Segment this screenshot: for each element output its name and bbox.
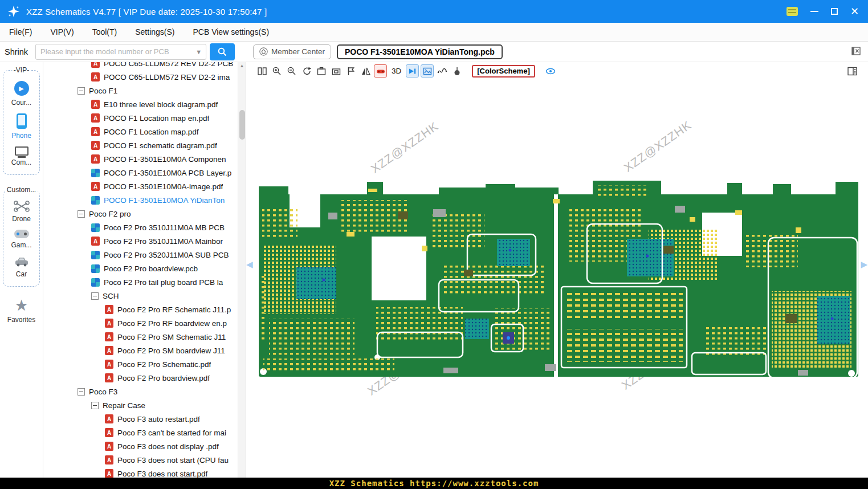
tree-file[interactable]: APOCO F1 schematic diagram.pdf [43,138,238,152]
tree-file[interactable]: Poco F2 Pro boardview.pcb [43,262,238,275]
search-input[interactable] [36,47,195,56]
rotate-view-icon[interactable] [300,64,313,78]
pcb-file-icon [91,278,100,287]
tree-file[interactable]: APoco F2 Pro RF Schematic J11.p [43,303,238,316]
collapse-toggle-icon[interactable] [78,210,85,218]
maximize-button[interactable] [831,8,838,15]
menu-vip[interactable]: VIP(V) [50,27,74,36]
tree-file[interactable]: APOCO F1 Location map.pdf [43,125,238,138]
tree-file[interactable]: APoco F2 Pro Schematic.pdf [43,357,238,371]
tree-folder[interactable]: Repair Case [43,398,238,412]
sidebar-item-label: Favorites [7,316,35,324]
flip-board-icon[interactable] [359,64,372,78]
split-view-icon[interactable] [255,64,268,78]
watermark-text: XZZ@XZZHK [621,118,694,174]
tree-file[interactable]: APoco F2 Pro SM boardview J11 [43,344,238,357]
tree-file[interactable]: AE10 three level block diagram.pdf [43,97,238,111]
scrollbar-thumb[interactable] [239,110,245,140]
menu-settings[interactable]: Settings(S) [135,27,174,36]
sidebar-item-phone[interactable]: Phone [3,113,39,140]
scroll-left-arrow[interactable]: ◀ [246,259,253,270]
visibility-eye-icon[interactable] [545,66,556,76]
tree-file[interactable]: APOCO F1 Location map en.pdf [43,111,238,125]
document-tab[interactable]: POCO F1-3501E10MOA YiDianTong.pcb [337,44,503,59]
tree-folder[interactable]: Poco F2 pro [43,207,238,221]
viewer-toolbar: 3D [ColorScheme] [246,62,868,78]
tree-item-label: Poco F3 does not start (CPU fau [117,456,229,464]
shrink-button[interactable]: Shrink [5,47,28,56]
colorscheme-button[interactable]: [ColorScheme] [472,65,535,78]
tree-file[interactable]: APoco F2 Pro 3510J11M0A Mainbor [43,234,238,248]
vip-safe-icon[interactable] [787,7,798,16]
category-sidebar: -VIP- ▶ Cour... Phone Com... Custom... [0,62,43,478]
sidebar-item-label: Phone [11,132,31,140]
collapse-toggle-icon[interactable] [78,87,85,95]
sidebar-item-course[interactable]: ▶ Cour... [3,81,39,107]
sidebar-item-car[interactable]: Car [3,256,39,278]
tree-file[interactable]: Poco F2 Pro 3510J11M0A MB PCB [43,221,238,234]
tree-file[interactable]: APoco F3 auto restart.pdf [43,412,238,426]
tree-folder[interactable]: Poco F1 [43,84,238,97]
tree-file[interactable]: APOCO C65-LLDM572 REV D2-2 ima [43,70,238,84]
scroll-up-icon[interactable]: ▲ [238,62,246,70]
tree-item-label: Poco F2 Pro tail plug board PCB la [104,278,223,287]
sidebar-item-drone[interactable]: Drone [3,201,39,223]
bottom-layer-icon[interactable] [329,64,343,78]
tree-file[interactable]: APoco F2 Pro RF boardview en.p [43,316,238,330]
tree-file[interactable]: APoco F3 can't be started for mai [43,426,238,439]
car-icon [14,256,30,267]
tree-folder[interactable]: Poco F3 [43,385,238,398]
sidebar-item-label: Car [16,270,27,278]
image-select-icon[interactable] [421,64,434,78]
search-button[interactable] [210,43,235,60]
curve-measure-icon[interactable] [435,64,449,78]
view-3d-button[interactable]: 3D [392,67,401,75]
tree-file[interactable]: POCO F1-3501E10M0A PCB Layer.p [43,166,238,180]
tree-folder[interactable]: SCH [43,289,238,303]
minimize-button[interactable] [810,11,818,12]
dual-view-icon[interactable] [374,64,387,78]
tree-file[interactable]: APoco F2 Pro boardview.pdf [43,371,238,385]
pdf-file-icon: A [105,373,113,382]
collapse-toggle-icon[interactable] [91,402,99,409]
tree-file[interactable]: Poco F2 Pro 3520J11M0A SUB PCB [43,248,238,262]
tree-file[interactable]: Poco F2 Pro tail plug board PCB la [43,275,238,289]
search-box[interactable]: ▼ [35,44,206,60]
sidebar-item-game[interactable]: Gam... [3,230,39,249]
tree-file[interactable]: APoco F3 does not start (CPU fau [43,453,238,467]
sidebar-item-computer[interactable]: Com... [3,146,39,166]
tree-file[interactable]: POCO F1-3501E10MOA YiDianTon [43,193,238,207]
collapse-toggle-icon[interactable] [78,388,85,396]
tree-file[interactable]: APOCO C65-LLDM572 REV D2-2 PCB [43,62,238,70]
move-arrow-icon[interactable] [406,64,419,78]
close-button[interactable]: ✕ [850,6,859,17]
scroll-right-arrow[interactable]: ▶ [861,259,867,270]
tree-item-label: Poco F2 Pro 3510J11M0A Mainbor [104,237,223,246]
sidebar-item-label: Gam... [11,241,31,249]
tree-file[interactable]: APoco F3 does not start.pdf [43,467,238,478]
menu-pcb-view-settings[interactable]: PCB View settings(S) [193,27,269,36]
menu-file[interactable]: File(F) [9,27,32,36]
custom-group: Custom... Drone Gam... [3,190,40,287]
zoom-out-icon[interactable] [285,64,298,78]
top-layer-icon[interactable] [315,64,328,78]
tree-item-label: POCO F1-3501E10MOA YiDianTon [104,196,225,205]
menu-tool[interactable]: Tool(T) [92,27,117,36]
star-icon: ★ [14,298,28,313]
tree-file[interactable]: APoco F2 Pro SM Schematic J11 [43,330,238,344]
member-center-button[interactable]: Member Center [253,44,331,59]
pcb-board-view[interactable] [255,177,862,384]
collapse-toggle-icon[interactable] [91,292,99,300]
tree-file[interactable]: APOCO F1-3501E10M0A-image.pdf [43,180,238,193]
tree-file[interactable]: APoco F3 does not display .pdf [43,439,238,453]
tree-item-label: POCO F1-3501E10M0A PCB Layer.p [104,169,231,177]
layer-list-icon[interactable] [847,66,858,79]
chevron-down-icon[interactable]: ▼ [195,48,202,55]
plumb-icon[interactable] [450,64,463,78]
close-panel-icon[interactable] [851,46,861,58]
tree-file[interactable]: APOCO F1-3501E10M0A Componen [43,152,238,166]
tree-scrollbar[interactable]: ▲ [238,62,246,478]
flag-icon[interactable] [344,64,357,78]
sidebar-item-favorites[interactable]: ★ Favorites [0,298,43,324]
zoom-in-icon[interactable] [270,64,283,78]
